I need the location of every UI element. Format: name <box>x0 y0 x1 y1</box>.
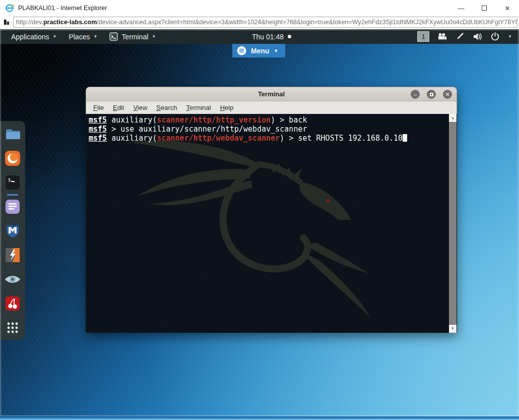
cherrytree-icon <box>4 295 21 312</box>
eye-icon <box>4 271 21 288</box>
practice-labs-favicon-icon <box>3 19 11 26</box>
window-title: PLABKALI01 - Internet Explorer <box>18 5 107 12</box>
chevron-down-icon: ▼ <box>274 48 279 53</box>
app-grid-icon <box>4 319 21 336</box>
terminal-titlebar[interactable]: Terminal – ✕ <box>86 87 457 101</box>
lab-menu-label: Menu <box>251 47 270 55</box>
scrollbar-thumb[interactable] <box>449 122 457 325</box>
terminal-appmenu[interactable]: Terminal ▼ <box>103 29 162 44</box>
dock-item-eye-tool[interactable] <box>4 271 21 288</box>
stylus-icon[interactable] <box>455 32 465 41</box>
folder-icon <box>4 126 21 143</box>
ie-window: PLABKALI01 - Internet Explorer — ✕ http:… <box>0 0 519 420</box>
terminal-line: msf5 > use auxiliary/scanner/http/webdav… <box>89 125 457 134</box>
clock[interactable]: Thu 01:48 <box>252 33 291 41</box>
dock-item-terminal[interactable]: $ <box>4 174 21 191</box>
url-prefix: http://dev. <box>16 19 43 26</box>
chevron-down-icon: ▼ <box>53 34 57 39</box>
window-controls: — ✕ <box>449 0 519 16</box>
close-button[interactable]: ✕ <box>443 90 452 99</box>
maximize-button[interactable] <box>427 90 436 99</box>
dock-item-metasploit[interactable] <box>4 222 21 239</box>
burpsuite-icon <box>4 247 21 264</box>
gnome-topbar: Applications ▼ Places ▼ Terminal ▼ Thu 0… <box>0 29 519 44</box>
close-button[interactable]: ✕ <box>496 0 519 16</box>
text-editor-icon <box>4 198 21 215</box>
scroll-down-icon[interactable]: ▼ <box>449 325 457 333</box>
volume-icon[interactable] <box>473 32 482 41</box>
metasploit-icon <box>4 222 21 239</box>
terminal-text-segment: scanner/http/webdav_scanner <box>157 134 280 143</box>
terminal-menu-terminal[interactable]: Terminal <box>182 104 216 111</box>
internet-explorer-icon <box>5 4 14 13</box>
terminal-line: msf5 auxiliary(scanner/http/webdav_scann… <box>89 134 457 143</box>
terminal-menu-file[interactable]: File <box>89 104 108 111</box>
url-path: /device-advanced.aspx?client=html&device… <box>97 19 517 26</box>
kali-dragon-watermark <box>122 135 415 332</box>
hamburger-circle-icon <box>237 46 246 55</box>
chevron-down-icon[interactable]: ▼ <box>508 34 512 39</box>
terminal-line: msf5 auxiliary(scanner/http/http_version… <box>89 115 457 125</box>
dock-item-cherrytree[interactable] <box>4 295 21 312</box>
terminal-mini-icon <box>109 32 118 41</box>
terminal-text-segment: msf5 <box>89 115 107 125</box>
scroll-up-icon[interactable]: ▲ <box>449 114 457 122</box>
dock-item-firefox[interactable] <box>4 150 21 167</box>
chevron-down-icon: ▼ <box>93 34 97 39</box>
dock-item-show-applications[interactable] <box>4 319 21 336</box>
applications-label: Applications <box>11 33 49 41</box>
svg-text:$: $ <box>8 177 11 183</box>
terminal-text-segment: ) > set RHOSTS 192.168.0.10 <box>280 134 403 143</box>
lab-menu-button[interactable]: Menu ▼ <box>232 44 285 57</box>
places-label: Places <box>69 33 90 41</box>
screen-share-icon[interactable] <box>437 32 447 41</box>
notification-dot-icon <box>288 35 291 38</box>
terminal-icon: $ <box>4 174 21 191</box>
terminal-text-segment: auxiliary( <box>107 134 157 143</box>
address-bar[interactable]: http://dev.practice-labs.com/device-adva… <box>13 17 517 28</box>
favorites-dock: $ <box>0 121 25 340</box>
dock-item-files[interactable] <box>4 126 21 143</box>
url-domain: practice-labs.com <box>43 19 97 26</box>
ie-window-bottom-border <box>0 416 519 420</box>
terminal-window: Terminal – ✕ FileEditViewSearchTerminalH… <box>86 87 457 333</box>
terminal-text-segment: msf5 <box>89 134 107 143</box>
ie-titlebar: PLABKALI01 - Internet Explorer — ✕ <box>0 0 519 16</box>
terminal-title: Terminal <box>258 90 285 98</box>
terminal-cursor <box>403 134 407 142</box>
clock-label: Thu 01:48 <box>252 33 284 41</box>
power-icon[interactable] <box>490 32 500 41</box>
terminal-menu-help[interactable]: Help <box>216 104 238 111</box>
workspace-indicator[interactable]: 1 <box>417 31 429 42</box>
dock-item-burpsuite[interactable] <box>4 247 21 264</box>
terminal-menu-edit[interactable]: Edit <box>108 104 128 111</box>
minimize-button[interactable]: — <box>449 0 473 16</box>
minimize-button[interactable]: – <box>411 90 420 99</box>
dock-item-text-editor[interactable] <box>4 198 21 215</box>
terminal-text-segment: > use auxiliary/scanner/http/webdav_scan… <box>107 125 307 134</box>
maximize-button[interactable] <box>473 0 496 16</box>
terminal-content[interactable]: msf5 auxiliary(scanner/http/http_version… <box>86 114 457 333</box>
firefox-icon <box>4 150 21 167</box>
terminal-text-segment: msf5 <box>89 125 107 134</box>
terminal-text-segment: scanner/http/http_version <box>157 115 271 125</box>
terminal-text-segment: ) > back <box>271 115 307 125</box>
running-indicator <box>7 194 18 196</box>
terminal-menubar: FileEditViewSearchTerminalHelp <box>86 101 457 114</box>
terminal-menu-view[interactable]: View <box>128 104 152 111</box>
terminal-menu-search[interactable]: Search <box>152 104 181 111</box>
remote-desktop-viewport[interactable]: Applications ▼ Places ▼ Terminal ▼ Thu 0… <box>0 29 519 416</box>
ie-urlbar: http://dev.practice-labs.com/device-adva… <box>0 16 519 29</box>
system-tray: 1 ▼ <box>417 31 514 42</box>
terminal-scrollbar[interactable]: ▲ ▼ <box>449 114 457 333</box>
places-menu[interactable]: Places ▼ <box>62 29 103 44</box>
terminal-appmenu-label: Terminal <box>121 33 148 41</box>
applications-menu[interactable]: Applications ▼ <box>5 29 62 44</box>
terminal-text-segment: auxiliary( <box>107 115 157 125</box>
chevron-down-icon: ▼ <box>152 34 156 39</box>
terminal-window-controls: – ✕ <box>411 90 452 99</box>
terminal-output: msf5 auxiliary(scanner/http/http_version… <box>86 114 457 143</box>
